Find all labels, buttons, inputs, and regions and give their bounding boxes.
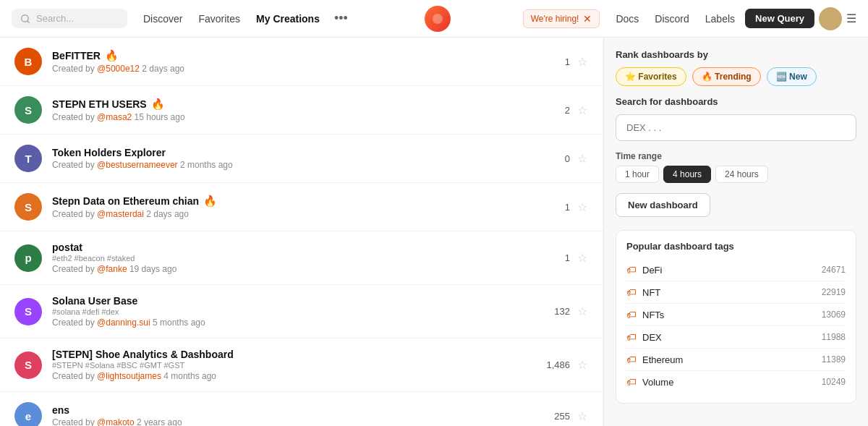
star-button[interactable]: ☆ — [576, 408, 589, 425]
nav-discord[interactable]: Discord — [649, 10, 694, 27]
item-count: 1 — [544, 56, 570, 67]
item-info: STEPN ETH USERS 🔥 Created by @masa2 15 h… — [52, 98, 534, 122]
item-tags: #solana #defi #dex — [52, 307, 534, 316]
tag-name: Ethereum — [642, 354, 683, 365]
search-dashboards-input[interactable] — [626, 122, 846, 133]
item-info: ens Created by @makoto 2 years ago — [52, 404, 534, 426]
new-query-button[interactable]: New Query — [745, 9, 814, 28]
item-author-link[interactable]: @bestusernameever — [97, 160, 178, 170]
item-avatar: T — [14, 145, 42, 172]
item-title-text: Solana User Base — [52, 295, 137, 307]
item-author-link[interactable]: @lightsoutjames — [97, 371, 161, 381]
star-button[interactable]: ☆ — [576, 54, 589, 70]
search-dashboards-box[interactable] — [616, 114, 856, 141]
time-pill-1h[interactable]: 1 hour — [616, 166, 659, 183]
item-title: Token Holders Explorer — [52, 147, 534, 158]
item-title: ens — [52, 404, 534, 416]
item-right: 255 ☆ — [544, 408, 589, 425]
item-right: 1 ☆ — [544, 250, 589, 266]
tag-name: DEX — [642, 332, 662, 343]
nav-discover[interactable]: Discover — [136, 9, 190, 29]
item-author-link[interactable]: @5000e12 — [97, 64, 140, 74]
rank-pill-favorites[interactable]: ⭐ Favorites — [616, 67, 686, 86]
item-tags: #eth2 #beacon #staked — [52, 254, 534, 263]
tag-row[interactable]: 🏷 Ethereum 11389 — [626, 349, 846, 371]
tag-count: 11389 — [822, 354, 846, 365]
tag-row[interactable]: 🏷 DeFi 24671 — [626, 259, 846, 281]
list-item[interactable]: S Solana User Base #solana #defi #dex Cr… — [0, 285, 603, 338]
list-item[interactable]: S Stepn Data on Ethereum chian 🔥 Created… — [0, 183, 603, 231]
time-pill-24h[interactable]: 24 hours — [715, 166, 768, 183]
item-count: 255 — [544, 411, 570, 422]
tag-name: NFTs — [642, 310, 664, 320]
item-avatar: S — [14, 193, 42, 221]
item-meta: Created by @masa2 15 hours ago — [52, 112, 534, 122]
list-item[interactable]: S [STEPN] Shoe Analytics & Dashboard #ST… — [0, 338, 603, 392]
star-button[interactable]: ☆ — [576, 250, 589, 266]
right-panel: Rank dashboards by ⭐ Favorites 🔥 Trendin… — [604, 38, 868, 426]
item-author-link[interactable]: @masterdai — [97, 209, 144, 219]
new-dashboard-button[interactable]: New dashboard — [616, 193, 710, 217]
item-author-link[interactable]: @masa2 — [97, 112, 132, 122]
svg-line-1 — [27, 20, 30, 22]
tag-count: 24671 — [822, 265, 846, 275]
popular-tags-title: Popular dashboard tags — [626, 241, 846, 252]
search-wrap[interactable]: Search... — [12, 9, 127, 28]
item-emoji: 🔥 — [151, 98, 165, 111]
hiring-badge[interactable]: We're hiring! ✕ — [523, 9, 600, 28]
item-meta: Created by @fanke 19 days ago — [52, 264, 534, 274]
avatar[interactable] — [819, 7, 842, 30]
tag-left: 🏷 NFTs — [626, 309, 664, 320]
item-meta: Created by @5000e12 2 days ago — [52, 64, 534, 74]
nav-favorites[interactable]: Favorites — [191, 9, 247, 29]
star-button[interactable]: ☆ — [576, 102, 589, 119]
star-button[interactable]: ☆ — [576, 199, 589, 216]
item-right: 2 ☆ — [544, 102, 589, 119]
rank-title: Rank dashboards by — [616, 49, 856, 60]
star-button[interactable]: ☆ — [576, 303, 589, 320]
popular-tags-section: Popular dashboard tags 🏷 DeFi 24671 🏷 NF… — [616, 230, 856, 404]
tag-row[interactable]: 🏷 Volume 10249 — [626, 371, 846, 393]
nav-my-creations[interactable]: My Creations — [249, 9, 327, 29]
item-title: BeFITTER 🔥 — [52, 49, 534, 62]
item-right: 0 ☆ — [544, 150, 589, 167]
list-item[interactable]: B BeFITTER 🔥 Created by @5000e12 2 days … — [0, 38, 603, 86]
time-range-label: Time range — [616, 151, 856, 161]
tag-left: 🏷 Volume — [626, 376, 673, 388]
rank-pill-trending[interactable]: 🔥 Trending — [692, 67, 761, 86]
nav-labels[interactable]: Labels — [699, 10, 741, 27]
more-button[interactable]: ••• — [330, 8, 352, 29]
item-meta: Created by @masterdai 2 days ago — [52, 209, 534, 219]
tag-count: 11988 — [822, 332, 846, 342]
tag-row[interactable]: 🏷 NFTs 13069 — [626, 304, 846, 326]
item-emoji: 🔥 — [105, 49, 119, 62]
list-item[interactable]: p postat #eth2 #beacon #staked Created b… — [0, 231, 603, 285]
tag-icon: 🏷 — [626, 264, 637, 276]
list-item[interactable]: T Token Holders Explorer Created by @bes… — [0, 135, 603, 183]
item-title-text: postat — [52, 242, 82, 253]
time-pill-4h[interactable]: 4 hours — [663, 166, 711, 183]
hiring-close-icon[interactable]: ✕ — [583, 13, 592, 25]
search-input[interactable]: Search... — [36, 13, 74, 24]
item-count: 1,486 — [544, 359, 570, 370]
tag-count: 22919 — [822, 287, 846, 297]
item-title-text: ens — [52, 404, 69, 416]
hamburger-menu-button[interactable]: ☰ — [846, 12, 856, 25]
item-author-link[interactable]: @makoto — [97, 417, 135, 426]
item-title-text: Stepn Data on Ethereum chian — [52, 195, 199, 207]
nav-docs[interactable]: Docs — [610, 10, 644, 27]
item-avatar: e — [14, 402, 42, 426]
item-author-link[interactable]: @danning.sui — [97, 318, 150, 328]
rank-pill-new[interactable]: 🆕 New — [767, 67, 817, 86]
item-title: Stepn Data on Ethereum chian 🔥 — [52, 195, 534, 208]
tag-name: NFT — [642, 287, 660, 298]
star-button[interactable]: ☆ — [576, 150, 589, 167]
list-item[interactable]: e ens Created by @makoto 2 years ago 255… — [0, 392, 603, 426]
tag-icon: 🏷 — [626, 286, 637, 298]
list-item[interactable]: S STEPN ETH USERS 🔥 Created by @masa2 15… — [0, 86, 603, 135]
item-author-link[interactable]: @fanke — [97, 264, 127, 274]
tag-row[interactable]: 🏷 DEX 11988 — [626, 326, 846, 349]
tag-icon: 🏷 — [626, 376, 637, 388]
tag-row[interactable]: 🏷 NFT 22919 — [626, 281, 846, 304]
star-button[interactable]: ☆ — [576, 357, 589, 373]
